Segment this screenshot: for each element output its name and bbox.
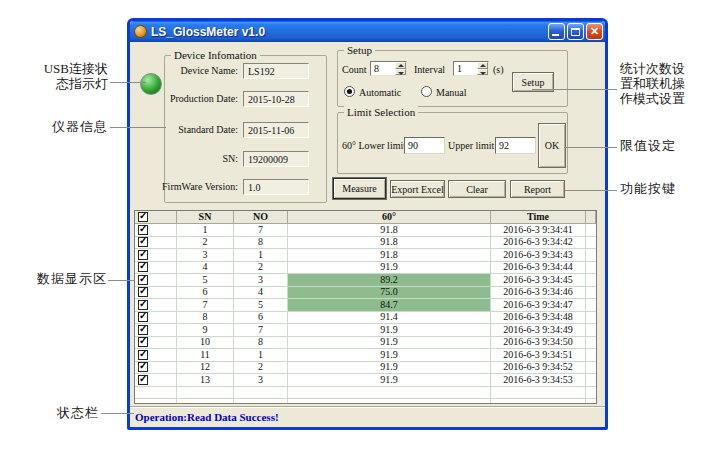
check-mark-icon: ✓ [139,287,147,297]
filler-cell [586,262,596,275]
row-checkbox-cell: ✓ [135,324,177,337]
table-row-empty [135,399,596,404]
annotation-data-area: 数据显示区 [37,271,107,286]
row-checkbox[interactable]: ✓ [138,237,148,247]
firmware-version-label: FirmWare Version: [162,181,238,192]
clear-button[interactable]: Clear [448,180,506,198]
title-bar[interactable]: LS_GlossMeter v1.0 ✕ [130,21,605,42]
sn-cell: 5 [177,274,234,287]
row-checkbox[interactable]: ✓ [138,275,148,285]
check-mark-icon: ✓ [139,299,147,309]
lower-limit-label: 60° Lower limit [342,140,406,151]
time-cell: 2016-6-3 9:34:49 [491,324,586,337]
row-checkbox-cell: ✓ [135,262,177,275]
device-name-value[interactable]: LS192 [243,63,309,79]
client-area: Device Infomation Device Name: LS192 Pro… [130,42,605,427]
table-cell [491,399,586,404]
check-mark-icon: ✓ [139,337,147,347]
table-row[interactable]: ✓9791.92016-6-3 9:34:49 [135,324,596,337]
table-cell [177,387,234,400]
no-cell: 7 [234,324,288,337]
setup-legend: Setup [344,44,375,56]
time-cell: 2016-6-3 9:34:41 [491,224,586,237]
manual-radio[interactable] [421,86,432,97]
table-row[interactable]: ✓7584.72016-6-3 9:34:47 [135,299,596,312]
close-button[interactable]: ✕ [586,23,603,40]
row-checkbox[interactable]: ✓ [138,375,148,385]
table-cell [491,387,586,400]
filler-cell [586,349,596,362]
table-row[interactable]: ✓6475.02016-6-3 9:34:46 [135,287,596,300]
check-mark-icon: ✓ [139,324,147,334]
select-all-checkbox[interactable]: ✓ [138,212,148,222]
table-row[interactable]: ✓1791.82016-6-3 9:34:41 [135,224,596,237]
callout-line-device-info [110,127,166,128]
row-checkbox-cell: ✓ [135,349,177,362]
row-checkbox[interactable]: ✓ [138,325,148,335]
count-spinner[interactable]: 8 [370,61,407,76]
filler-cell [586,287,596,300]
interval-unit-label: (s) [493,64,504,75]
interval-spinner[interactable]: 1 [453,61,489,76]
automatic-radio[interactable] [344,86,355,97]
table-row[interactable]: ✓5389.22016-6-3 9:34:45 [135,274,596,287]
sn-cell: 2 [177,237,234,250]
table-row[interactable]: ✓13391.92016-6-3 9:34:53 [135,374,596,387]
standard-date-value[interactable]: 2015-11-06 [243,122,309,138]
row-checkbox[interactable]: ✓ [138,287,148,297]
automatic-radio-label[interactable]: Automatic [359,87,401,98]
check-mark-icon: ✓ [139,274,147,284]
table-row[interactable]: ✓10891.92016-6-3 9:34:50 [135,337,596,350]
export-excel-button[interactable]: Export Excel [390,180,445,198]
row-checkbox[interactable]: ✓ [138,337,148,347]
callout-line-usb [110,82,146,83]
row-checkbox[interactable]: ✓ [138,312,148,322]
maximize-button[interactable] [567,23,584,40]
sn-cell: 9 [177,324,234,337]
count-down-icon[interactable] [395,69,406,76]
minimize-button[interactable] [548,23,565,40]
ok-button[interactable]: OK [538,123,566,168]
row-checkbox[interactable]: ✓ [138,262,148,272]
manual-radio-label[interactable]: Manual [436,87,467,98]
header-sn[interactable]: SN [177,211,234,224]
measure-button[interactable]: Measure [333,178,386,199]
production-date-value[interactable]: 2015-10-28 [243,91,309,107]
row-checkbox[interactable]: ✓ [138,225,148,235]
row-checkbox[interactable]: ✓ [138,350,148,360]
header-time[interactable]: Time [491,211,586,224]
no-cell: 2 [234,362,288,375]
time-cell: 2016-6-3 9:34:45 [491,274,586,287]
sn-cell: 6 [177,287,234,300]
table-row[interactable]: ✓11191.92016-6-3 9:34:51 [135,349,596,362]
table-row[interactable]: ✓2891.82016-6-3 9:34:42 [135,237,596,250]
row-checkbox[interactable]: ✓ [138,362,148,372]
no-cell: 8 [234,337,288,350]
row-checkbox[interactable]: ✓ [138,300,148,310]
interval-down-icon[interactable] [477,69,488,76]
report-button[interactable]: Report [510,180,565,198]
angle-value-cell: 91.8 [288,249,491,262]
upper-limit-input[interactable]: 92 [495,137,536,154]
firmware-version-value[interactable]: 1.0 [243,179,309,195]
table-row[interactable]: ✓12291.92016-6-3 9:34:52 [135,362,596,375]
time-cell: 2016-6-3 9:34:44 [491,262,586,275]
filler-cell [586,374,596,387]
row-checkbox[interactable]: ✓ [138,250,148,260]
limit-selection-group: Limit Selection 60° Lower limit 90 Upper… [337,112,568,174]
sn-value[interactable]: 19200009 [243,151,309,167]
table-row[interactable]: ✓3191.82016-6-3 9:34:43 [135,249,596,262]
count-spinner-buttons [395,62,406,75]
table-row[interactable]: ✓8691.42016-6-3 9:34:48 [135,312,596,325]
sn-cell: 3 [177,249,234,262]
header-no[interactable]: NO [234,211,288,224]
table-header-row: ✓ SN NO 60° Time [135,211,596,224]
no-cell: 2 [234,262,288,275]
interval-spinner-buttons [477,62,488,75]
header-angle[interactable]: 60° [288,211,491,224]
data-table: ✓ SN NO 60° Time ✓1791.82016-6-3 9:34:41… [134,210,597,404]
table-row[interactable]: ✓4291.92016-6-3 9:34:44 [135,262,596,275]
count-label: Count [342,64,366,75]
lower-limit-input[interactable]: 90 [404,137,445,154]
row-checkbox-cell: ✓ [135,299,177,312]
